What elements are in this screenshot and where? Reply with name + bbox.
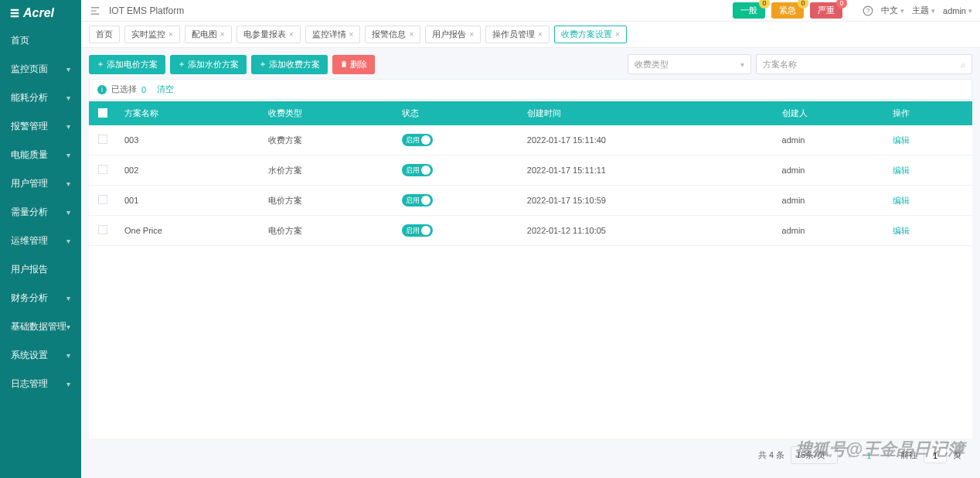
table-row: 001电价方案启用2022-01-17 15:10:59admin编辑 bbox=[89, 186, 972, 216]
content: 添加电价方案 添加水价方案 添加收费方案 删除 收费类型▾ 方案名称⌕ i 已选… bbox=[81, 48, 980, 478]
type-select[interactable]: 收费类型▾ bbox=[628, 54, 751, 74]
add-water-button[interactable]: 添加水价方案 bbox=[170, 55, 247, 74]
user-menu[interactable]: admin▾ bbox=[943, 6, 972, 15]
edit-link[interactable]: 编辑 bbox=[893, 166, 910, 175]
add-fee-button[interactable]: 添加收费方案 bbox=[251, 55, 328, 74]
sidebar-item-6[interactable]: 需量分析▾ bbox=[0, 198, 81, 227]
sidebar-item-7[interactable]: 运维管理▾ bbox=[0, 227, 81, 255]
sidebar-item-8[interactable]: 用户报告 bbox=[0, 255, 81, 284]
total-label: 共 4 条 bbox=[758, 449, 784, 461]
cell-name: 002 bbox=[117, 155, 260, 186]
sidebar-item-2[interactable]: 能耗分析▾ bbox=[0, 84, 81, 112]
table-row: 002水价方案启用2022-01-17 15:11:11admin编辑 bbox=[89, 155, 972, 186]
close-icon[interactable]: × bbox=[469, 30, 474, 39]
cell-name: 003 bbox=[117, 125, 260, 155]
col-header: 创建人 bbox=[774, 101, 885, 125]
sidebar-item-0[interactable]: 首页 bbox=[0, 26, 81, 55]
sidebar-item-9[interactable]: 财务分析▾ bbox=[0, 284, 81, 312]
status-switch[interactable]: 启用 bbox=[402, 224, 433, 237]
tab-1[interactable]: 实时监控× bbox=[124, 26, 180, 43]
tab-bar: 首页实时监控×配电图×电参量报表×监控详情×报警信息×用户报告×操作员管理×收费… bbox=[81, 22, 980, 48]
col-header: 状态 bbox=[394, 101, 519, 125]
name-search-input[interactable]: 方案名称⌕ bbox=[756, 54, 972, 74]
close-icon[interactable]: × bbox=[168, 30, 173, 39]
clear-selection-link[interactable]: 清空 bbox=[157, 84, 174, 95]
toolbar: 添加电价方案 添加水价方案 添加收费方案 删除 收费类型▾ 方案名称⌕ bbox=[89, 54, 972, 74]
close-icon[interactable]: × bbox=[349, 30, 354, 39]
sidebar-item-4[interactable]: 电能质量▾ bbox=[0, 141, 81, 169]
row-checkbox[interactable] bbox=[98, 165, 107, 174]
table-row: 003收费方案启用2022-01-17 15:11:40admin编辑 bbox=[89, 125, 972, 155]
tab-2[interactable]: 配电图× bbox=[185, 26, 232, 43]
col-header: 创建时间 bbox=[519, 101, 774, 125]
tab-6[interactable]: 用户报告× bbox=[425, 26, 481, 43]
cell-user: admin bbox=[774, 155, 885, 186]
chevron-down-icon: ▾ bbox=[66, 122, 70, 131]
app-title: IOT EMS Platform bbox=[109, 5, 184, 16]
watermark: 搜狐号@王金晶日记簿 bbox=[795, 438, 965, 461]
close-icon[interactable]: × bbox=[409, 30, 413, 39]
selection-info: i 已选择 0 清空 bbox=[89, 79, 972, 100]
lang-selector[interactable]: 中文▾ bbox=[881, 5, 904, 16]
edit-link[interactable]: 编辑 bbox=[893, 135, 910, 145]
status-switch[interactable]: 启用 bbox=[402, 164, 433, 176]
help-icon[interactable]: ? bbox=[863, 5, 873, 16]
row-checkbox[interactable] bbox=[98, 135, 107, 144]
close-icon[interactable]: × bbox=[220, 30, 225, 39]
menu-toggle-icon[interactable] bbox=[89, 5, 101, 17]
row-checkbox[interactable] bbox=[98, 225, 107, 234]
svg-text:?: ? bbox=[866, 7, 870, 14]
row-checkbox[interactable] bbox=[98, 195, 107, 204]
info-icon: i bbox=[97, 85, 107, 94]
close-icon[interactable]: × bbox=[538, 30, 543, 39]
sidebar-item-1[interactable]: 监控页面▾ bbox=[0, 55, 81, 84]
alert-badge-2[interactable]: 严重0 bbox=[810, 2, 842, 19]
tab-8[interactable]: 收费方案设置× bbox=[554, 26, 627, 43]
sidebar-item-12[interactable]: 日志管理▾ bbox=[0, 370, 81, 398]
status-switch[interactable]: 启用 bbox=[402, 134, 433, 146]
cell-type: 水价方案 bbox=[260, 155, 394, 186]
sidebar-item-11[interactable]: 系统设置▾ bbox=[0, 341, 81, 370]
cell-type: 电价方案 bbox=[260, 186, 394, 216]
chevron-down-icon: ▾ bbox=[66, 179, 70, 188]
sidebar-item-10[interactable]: 基础数据管理▾ bbox=[0, 312, 81, 341]
close-icon[interactable]: × bbox=[615, 30, 620, 39]
select-all-checkbox[interactable] bbox=[98, 108, 107, 118]
chevron-down-icon: ▾ bbox=[66, 208, 70, 217]
status-switch[interactable]: 启用 bbox=[402, 194, 433, 207]
theme-selector[interactable]: 主题▾ bbox=[912, 5, 935, 16]
cell-name: One Price bbox=[117, 216, 260, 246]
chevron-down-icon: ▾ bbox=[66, 237, 70, 245]
alert-badge-1[interactable]: 紧急0 bbox=[771, 2, 804, 19]
edit-link[interactable]: 编辑 bbox=[893, 226, 910, 235]
sidebar-item-3[interactable]: 报警管理▾ bbox=[0, 112, 81, 141]
sidebar-nav: 首页监控页面▾能耗分析▾报警管理▾电能质量▾用户管理▾需量分析▾运维管理▾用户报… bbox=[0, 26, 81, 478]
table-row: One Price电价方案启用2022-01-12 11:10:05admin编… bbox=[89, 216, 972, 246]
brand-icon bbox=[9, 8, 20, 19]
chevron-down-icon: ▾ bbox=[66, 380, 70, 388]
cell-user: admin bbox=[774, 216, 885, 246]
alert-badge-0[interactable]: 一般0 bbox=[733, 2, 765, 19]
tab-0[interactable]: 首页 bbox=[89, 26, 120, 43]
close-icon[interactable]: × bbox=[289, 30, 294, 39]
add-elec-button[interactable]: 添加电价方案 bbox=[89, 55, 165, 74]
cell-type: 电价方案 bbox=[260, 216, 394, 246]
sidebar-item-5[interactable]: 用户管理▾ bbox=[0, 169, 81, 198]
chevron-down-icon: ▾ bbox=[66, 351, 70, 360]
col-header: 方案名称 bbox=[117, 101, 260, 125]
col-header: 收费类型 bbox=[260, 101, 394, 125]
sidebar: Acrel 首页监控页面▾能耗分析▾报警管理▾电能质量▾用户管理▾需量分析▾运维… bbox=[0, 0, 81, 478]
cell-name: 001 bbox=[117, 186, 260, 216]
tab-5[interactable]: 报警信息× bbox=[365, 26, 420, 43]
delete-button[interactable]: 删除 bbox=[332, 55, 375, 74]
cell-time: 2022-01-12 11:10:05 bbox=[519, 216, 774, 246]
chevron-down-icon: ▾ bbox=[66, 151, 70, 159]
chevron-down-icon: ▾ bbox=[66, 323, 70, 331]
alert-badges: 一般0紧急0严重0 bbox=[733, 2, 842, 19]
tab-7[interactable]: 操作员管理× bbox=[485, 26, 550, 43]
tab-4[interactable]: 监控详情× bbox=[305, 26, 361, 43]
tab-3[interactable]: 电参量报表× bbox=[236, 26, 301, 43]
cell-type: 收费方案 bbox=[260, 125, 394, 155]
edit-link[interactable]: 编辑 bbox=[893, 196, 910, 205]
brand-logo: Acrel bbox=[0, 0, 81, 26]
